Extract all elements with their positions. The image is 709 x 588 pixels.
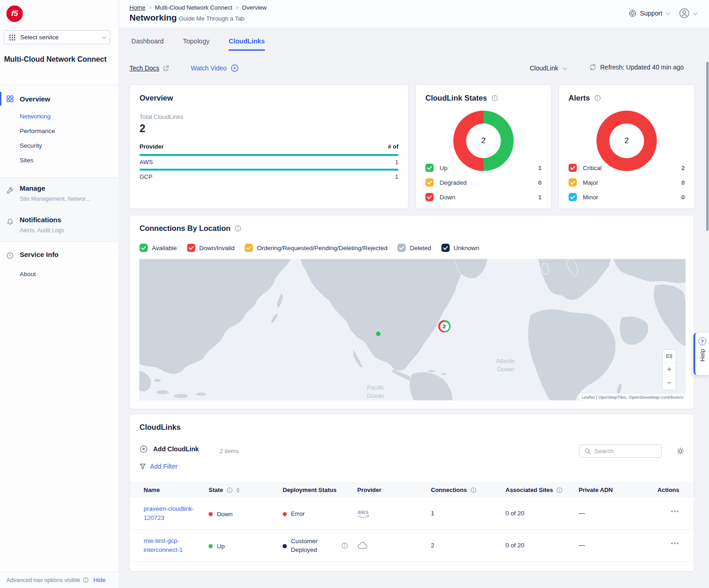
scrollbar-thumb[interactable] [706, 62, 709, 231]
legend-row-degraded: Degraded 0 [425, 177, 542, 187]
column-deployment-status: Deployment Status [283, 486, 337, 493]
cloudlink-name-link[interactable]: mw-test-gcp-interconnect-1 [144, 536, 199, 555]
sidebar-item-networking[interactable]: Networking [20, 113, 51, 120]
sidebar-item-notifications[interactable]: Notifications Alerts, Audit Logs [0, 210, 119, 242]
down-invalid-checkbox[interactable] [187, 244, 195, 252]
total-cloudlinks-label: Total CloudLinks [140, 113, 183, 120]
sidebar-item-service-info[interactable]: Service Info [0, 244, 119, 267]
add-cloudlink-button[interactable]: Add CloudLink [140, 445, 199, 453]
breadcrumb-mcn[interactable]: Multi-Cloud Network Connect [149, 4, 232, 11]
tab-cloudlinks[interactable]: CloudLinks [229, 37, 265, 51]
tab-bar: Dashboard Topology CloudLinks [131, 37, 265, 51]
sidebar-item-about[interactable]: About [20, 271, 36, 278]
legend-label: Ordering/Requested/Pending/Deleting/Reje… [257, 245, 387, 251]
map-cluster-marker[interactable]: 2 [438, 320, 451, 332]
info-icon[interactable] [83, 577, 89, 583]
available-checkbox[interactable] [140, 244, 148, 252]
zoom-out-button[interactable]: − [663, 376, 676, 390]
advanced-nav-status: Advanced nav options visible [6, 577, 80, 583]
refresh-icon [589, 64, 596, 71]
critical-checkbox[interactable] [569, 164, 577, 172]
minor-checkbox[interactable] [569, 193, 577, 201]
legend-value: 1 [538, 194, 542, 201]
fit-bounds-icon [666, 353, 673, 360]
info-icon[interactable] [556, 487, 563, 493]
provider-cell: AWS [357, 498, 369, 530]
info-icon[interactable] [226, 487, 233, 493]
tab-dashboard[interactable]: Dashboard [131, 37, 164, 51]
sidebar-item-sites[interactable]: Sites [20, 157, 33, 164]
support-menu[interactable]: Support [628, 9, 669, 17]
connections-value: 1 [431, 510, 435, 517]
info-icon[interactable] [235, 225, 242, 232]
row-actions-menu[interactable]: ••• [671, 540, 679, 547]
sidebar: f5 Select service Multi-Cloud Network Co… [0, 0, 119, 588]
sidebar-item-manage[interactable]: Manage Site Management, Networ... [0, 177, 119, 210]
tab-topology[interactable]: Topology [183, 37, 209, 51]
deployment-status-cell: Customer Deployed [283, 530, 328, 562]
ordering-checkbox[interactable] [245, 244, 253, 252]
zoom-in-button[interactable]: + [663, 363, 676, 376]
up-checkbox[interactable] [425, 164, 434, 172]
column-state: State [209, 486, 240, 493]
alerts-donut-total: 2 [596, 111, 657, 171]
breadcrumb-overview[interactable]: Overview [236, 4, 267, 11]
private-adn-value: — [579, 510, 585, 517]
major-checkbox[interactable] [569, 178, 577, 187]
gear-icon[interactable] [676, 447, 685, 455]
alerts-donut-chart[interactable]: 2 [596, 111, 657, 171]
provider-count: 1 [395, 173, 398, 180]
bell-icon [6, 218, 14, 225]
info-icon[interactable] [594, 95, 601, 102]
guide-me-link[interactable]: Guide Me Through a Tab [179, 15, 244, 22]
legend-label: Up [440, 165, 447, 171]
unknown-checkbox[interactable] [441, 244, 450, 252]
degraded-checkbox[interactable] [425, 178, 434, 187]
provider-column-header: Provider [140, 143, 164, 150]
search-input[interactable] [594, 448, 657, 454]
connections-by-location-card: Connections By Location Available Down/I… [129, 215, 694, 409]
help-tab-label: Help [699, 349, 706, 362]
refresh-control[interactable]: Refresh: Updated 40 min ago [589, 64, 684, 71]
info-icon[interactable] [470, 487, 477, 493]
sidebar-item-overview[interactable]: Overview [0, 91, 119, 107]
legend-label: Minor [583, 194, 598, 201]
legend-row-minor: Minor 0 [569, 192, 685, 202]
info-icon[interactable] [491, 95, 498, 102]
cloudlink-name-link[interactable]: praveen-cloudlink-120723 [144, 504, 199, 523]
alerts-card-title[interactable]: Alerts [569, 94, 590, 102]
help-tab[interactable]: ? Help [693, 333, 709, 375]
object-type-select[interactable]: CloudLink [530, 64, 566, 72]
hide-nav-link[interactable]: Hide [93, 577, 106, 583]
service-selector[interactable]: Select service [4, 30, 110, 44]
map-point-marker[interactable] [376, 331, 381, 336]
fit-bounds-button[interactable] [663, 350, 676, 363]
sidebar-item-label: Overview [20, 95, 50, 103]
sort-control[interactable] [236, 487, 240, 493]
sidebar-item-security[interactable]: Security [20, 142, 42, 149]
map-attribution[interactable]: Leaflet | OpenMapTiles, OpenStreetMap co… [580, 394, 686, 401]
table-row: mw-test-gcp-interconnect-1 Up Customer D… [130, 530, 694, 562]
sidebar-item-performance[interactable]: Performance [20, 128, 55, 134]
add-filter-button[interactable]: Add Filter [140, 463, 177, 470]
provider-bar-aws [140, 154, 398, 156]
info-icon[interactable] [341, 542, 348, 549]
deployment-dot [283, 544, 287, 548]
deleted-checkbox[interactable] [397, 244, 406, 252]
deployment-label: Customer Deployed [291, 537, 328, 555]
deployment-dot [283, 512, 287, 516]
user-menu[interactable] [678, 7, 696, 19]
tech-docs-link[interactable]: Tech Docs [129, 64, 169, 72]
state-cell: Up [209, 530, 225, 562]
states-donut-chart[interactable]: 2 [453, 111, 514, 171]
total-cloudlinks-value: 2 [140, 123, 145, 135]
cloudlinks-table-card: CloudLinks Add CloudLink 2 items Add Fil… [129, 414, 694, 572]
column-name: Name [144, 486, 160, 493]
watch-video-link[interactable]: Watch Video [191, 64, 239, 72]
world-map[interactable]: AtlanticOcean PacificOcean 2 + − Leaflet… [139, 259, 686, 401]
breadcrumb-home[interactable]: Home [129, 4, 145, 11]
f5-logo: f5 [6, 5, 23, 22]
down-checkbox[interactable] [425, 193, 434, 201]
row-actions-menu[interactable]: ••• [671, 508, 679, 515]
atlantic-ocean-label: AtlanticOcean [483, 358, 528, 374]
